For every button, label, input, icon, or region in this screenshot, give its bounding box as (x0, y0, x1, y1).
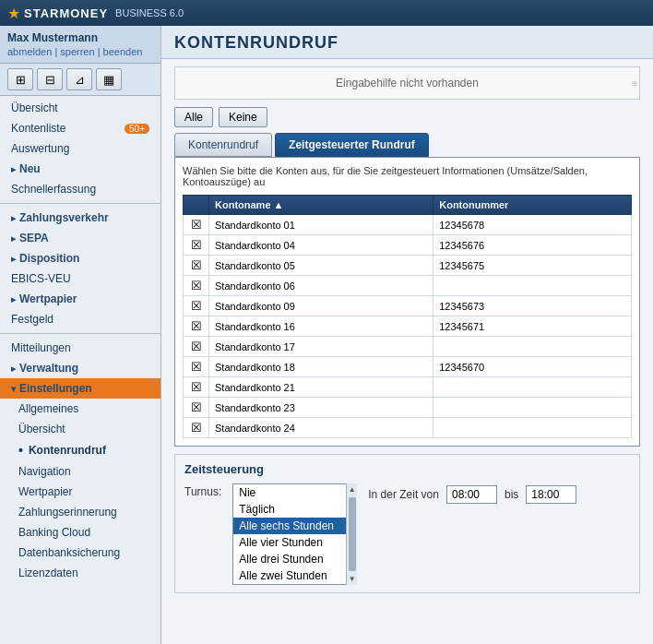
app-logo: ★ STARMONEY BUSINESS 6.0 (7, 5, 184, 22)
col-kontonummer[interactable]: Kontonummer (433, 196, 632, 215)
sidebar-item-mitteilungen[interactable]: Mitteilungen (0, 338, 160, 358)
main-layout: Max Mustermann abmelden | sperren | been… (0, 26, 653, 644)
col-kontoname[interactable]: Kontoname ▲ (209, 196, 433, 215)
table-row[interactable]: ☒ Standardkonto 01 12345678 (184, 215, 632, 235)
bank-icon-btn[interactable]: ⊟ (37, 68, 63, 90)
table-row[interactable]: ☒ Standardkonto 24 (184, 418, 632, 438)
turnus-option[interactable]: Täglich (233, 501, 356, 518)
sidebar-item-wertpapier2[interactable]: Wertpapier (0, 482, 160, 502)
sidebar-item-neu[interactable]: Neu (0, 159, 160, 179)
tab-kontenrundruf[interactable]: Kontenrundruf (174, 133, 272, 157)
sidebar-divider-1 (0, 203, 160, 204)
check-cell[interactable]: ☒ (184, 235, 209, 256)
zeit-bis-input[interactable] (526, 485, 576, 504)
check-cell[interactable]: ☒ (184, 316, 209, 337)
sidebar-item-wertpapier[interactable]: Wertpapier (0, 289, 160, 309)
tab-content: Wählen Sie bitte die Konten aus, für die… (174, 157, 640, 447)
sidebar-divider-2 (0, 333, 160, 334)
table-row[interactable]: ☒ Standardkonto 23 (184, 398, 632, 418)
check-cell[interactable]: ☒ (184, 256, 209, 276)
sidebar-item-sepa[interactable]: SEPA (0, 228, 160, 248)
sidebar-item-schnellerfassung[interactable]: Schnellerfassung (0, 179, 160, 199)
turnus-option[interactable]: Nie (233, 484, 356, 501)
table-row[interactable]: ☒ Standardkonto 16 12345671 (184, 316, 632, 337)
username: Max Mustermann (7, 31, 153, 44)
calc-icon-btn[interactable]: ▦ (96, 68, 122, 90)
kontenliste-badge: 50+ (125, 124, 149, 134)
tabs-row: Kontenrundruf Zeitgesteuerter Rundruf (174, 133, 640, 157)
check-cell[interactable]: ☒ (184, 276, 209, 296)
kontoname-cell: Standardkonto 18 (209, 357, 433, 377)
bis-label: bis (505, 488, 518, 501)
scroll-thumb[interactable] (349, 497, 356, 571)
keine-button[interactable]: Keine (219, 107, 267, 127)
scroll-up-icon[interactable]: ▲ (347, 483, 358, 495)
turnus-listbox[interactable]: NieTäglichAlle sechs StundenAlle vier St… (232, 483, 357, 585)
sidebar-item-banking-cloud[interactable]: Banking Cloud (0, 522, 160, 543)
zeit-von-input[interactable] (446, 485, 497, 504)
alle-keine-buttons: Alle Keine (174, 107, 640, 127)
zeitsteuerung-title: Zeitsteuerung (184, 462, 630, 476)
help-text: Eingabehilfe nicht vorhanden (336, 77, 479, 89)
sidebar-item-kontenrundruf[interactable]: Kontenrundruf (0, 439, 160, 461)
zeit-row: Turnus: NieTäglichAlle sechs StundenAlle… (184, 483, 630, 585)
turnus-option[interactable]: Alle sechs Stunden (233, 518, 356, 534)
zeitsteuerung-section: Zeitsteuerung Turnus: NieTäglichAlle sec… (174, 454, 640, 593)
alle-button[interactable]: Alle (174, 107, 213, 127)
sidebar-item-zahlungsverkehr[interactable]: Zahlungsverkehr (0, 208, 160, 228)
sidebar-item-zahlungserinnerung[interactable]: Zahlungserinnerung (0, 502, 160, 522)
sidebar-item-verwaltung[interactable]: Verwaltung (0, 358, 160, 378)
table-row[interactable]: ☒ Standardkonto 17 (184, 337, 632, 357)
kontonummer-cell: 12345671 (433, 316, 632, 337)
zeit-time-group: In der Zeit von bis (368, 483, 576, 504)
check-cell[interactable]: ☒ (184, 377, 209, 398)
table-row[interactable]: ☒ Standardkonto 18 12345670 (184, 357, 632, 377)
sidebar-item-allgemeines[interactable]: Allgemeines (0, 399, 160, 419)
turnus-option[interactable]: Alle zwei Stunden (233, 567, 356, 584)
sidebar-item-festgeld[interactable]: Festgeld (0, 309, 160, 329)
zeit-von-label: In der Zeit von (368, 488, 439, 501)
kontoname-cell: Standardkonto 01 (209, 215, 433, 235)
kontonummer-cell (433, 377, 632, 398)
turnus-option[interactable]: Alle vier Stunden (233, 534, 356, 551)
table-row[interactable]: ☒ Standardkonto 21 (184, 377, 632, 398)
check-cell[interactable]: ☒ (184, 337, 209, 357)
topbar: ★ STARMONEY BUSINESS 6.0 (0, 0, 653, 26)
table-row[interactable]: ☒ Standardkonto 04 12345676 (184, 235, 632, 256)
user-actions: abmelden | sperren | beenden (7, 46, 153, 57)
sidebar-item-lizenzdaten[interactable]: Lizenzdaten (0, 563, 160, 583)
check-cell[interactable]: ☒ (184, 398, 209, 418)
scroll-down-icon[interactable]: ▼ (347, 573, 358, 585)
sidebar-item-auswertung[interactable]: Auswertung (0, 138, 160, 159)
kontoname-cell: Standardkonto 23 (209, 398, 433, 418)
check-cell[interactable]: ☒ (184, 296, 209, 316)
check-cell[interactable]: ☒ (184, 357, 209, 377)
brand-name: STARMONEY (24, 6, 108, 20)
turnus-option[interactable]: Alle drei Stunden (233, 551, 356, 567)
home-icon-btn[interactable]: ⊞ (7, 68, 33, 90)
konto-table: Kontoname ▲ Kontonummer ☒ Standardkonto … (183, 195, 632, 438)
table-row[interactable]: ☒ Standardkonto 09 12345673 (184, 296, 632, 316)
sidebar-item-uebersicht[interactable]: Übersicht (0, 98, 160, 118)
sperren-link[interactable]: sperren (60, 46, 94, 57)
sidebar-item-navigation[interactable]: Navigation (0, 461, 160, 482)
check-cell[interactable]: ☒ (184, 215, 209, 235)
turnus-label: Turnus: (184, 483, 221, 498)
sidebar-item-kontenliste[interactable]: Kontenliste 50+ (0, 118, 160, 138)
sidebar-item-einstellungen[interactable]: Einstellungen (0, 378, 160, 399)
turnus-scrollbar[interactable]: ▲ ▼ (346, 483, 357, 585)
kontoname-cell: Standardkonto 05 (209, 256, 433, 276)
tab-zeitgesteuert[interactable]: Zeitgesteuerter Rundruf (275, 133, 429, 157)
table-row[interactable]: ☒ Standardkonto 06 (184, 276, 632, 296)
sidebar-item-ebics[interactable]: EBICS-VEU (0, 268, 160, 289)
abmelden-link[interactable]: abmelden (7, 46, 52, 57)
chart-icon-btn[interactable]: ⊿ (66, 68, 92, 90)
check-cell[interactable]: ☒ (184, 418, 209, 438)
kontonummer-cell (433, 418, 632, 438)
sidebar-item-datenbanksicherung[interactable]: Datenbanksicherung (0, 543, 160, 563)
table-row[interactable]: ☒ Standardkonto 05 12345675 (184, 256, 632, 276)
sidebar-item-uebersicht2[interactable]: Übersicht (0, 419, 160, 439)
sidebar-item-disposition[interactable]: Disposition (0, 248, 160, 268)
scrollbar-hint: ≡ (632, 78, 637, 89)
beenden-link[interactable]: beenden (103, 46, 143, 57)
